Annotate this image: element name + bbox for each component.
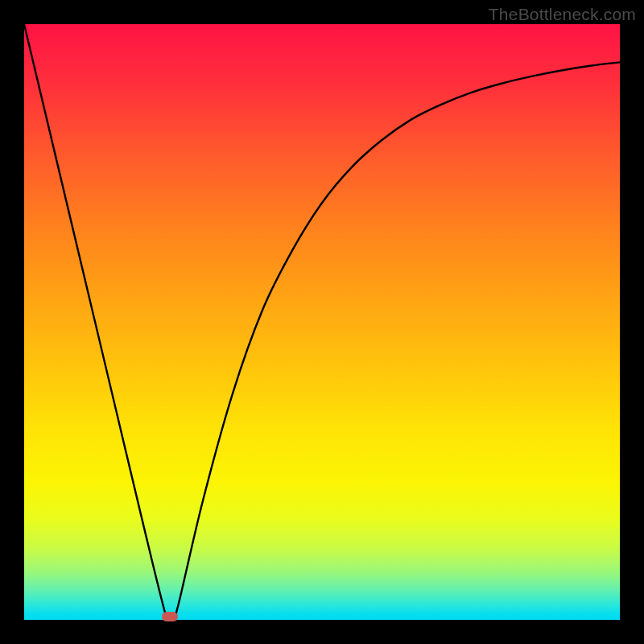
curve-svg xyxy=(24,24,620,620)
chart-frame: TheBottleneck.com xyxy=(0,0,644,644)
bottleneck-curve-path xyxy=(24,24,620,628)
plot-area xyxy=(24,24,620,620)
watermark-text: TheBottleneck.com xyxy=(489,5,636,24)
minimum-marker xyxy=(162,612,178,621)
